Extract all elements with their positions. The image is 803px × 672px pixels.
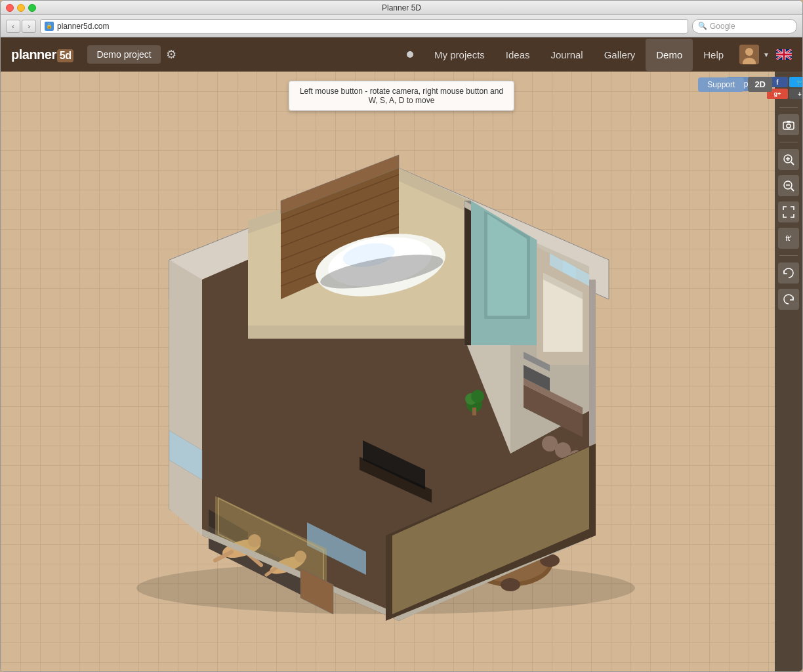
nav-help[interactable]: Help (693, 39, 734, 71)
project-name[interactable]: Demo project (87, 45, 160, 64)
app-content: planner5d Demo project ⚙ My projects Ide… (1, 37, 802, 671)
nav-dot-separator (407, 51, 413, 58)
svg-point-81 (787, 124, 791, 128)
browser-dots (6, 4, 36, 12)
main-viewport[interactable]: Left mouse button - rotate camera, right… (1, 72, 802, 671)
nav-user: ▼ (739, 45, 792, 64)
nav-gallery[interactable]: Gallery (594, 39, 646, 71)
svg-line-88 (791, 188, 794, 191)
forward-button[interactable]: › (22, 20, 36, 33)
user-menu-chevron[interactable]: ▼ (763, 51, 770, 58)
top-nav: planner5d Demo project ⚙ My projects Ide… (1, 37, 802, 72)
zoom-in-button[interactable] (778, 149, 799, 170)
nav-journal[interactable]: Journal (541, 39, 594, 71)
redo-button[interactable] (778, 289, 799, 310)
close-button[interactable] (6, 4, 14, 12)
address-bar[interactable]: 🔒 planner5d.com (40, 19, 688, 33)
svg-point-1 (745, 48, 753, 56)
nav-my-projects[interactable]: My projects (424, 39, 495, 71)
twitter-button[interactable]: 🐦 (789, 77, 802, 87)
tool-divider-1 (779, 107, 798, 108)
2d-mode-button[interactable]: 2D (748, 77, 772, 92)
logo-text: planner5d (11, 47, 74, 62)
nav-demo[interactable]: Demo (646, 39, 693, 71)
settings-icon[interactable]: ⚙ (166, 47, 176, 62)
nav-buttons: ‹ › (6, 20, 36, 33)
search-placeholder: Google (710, 22, 735, 31)
zoom-out-button[interactable] (778, 175, 799, 196)
controls-tooltip: Left mouse button - rotate camera, right… (289, 81, 514, 111)
support-overlay: Support 2D (698, 77, 772, 92)
back-button[interactable]: ‹ (6, 20, 20, 33)
svg-line-84 (791, 162, 794, 165)
svg-rect-56 (472, 408, 476, 415)
svg-point-67 (501, 578, 520, 591)
logo-5d-badge: 5d (57, 49, 74, 62)
user-avatar[interactable] (739, 45, 759, 64)
language-flag[interactable] (776, 49, 792, 60)
screenshot-button[interactable] (778, 114, 799, 135)
browser-titlebar: Planner 5D (1, 1, 802, 15)
search-bar[interactable]: 🔍 Google (692, 19, 797, 33)
browser-toolbar: ‹ › 🔒 planner5d.com 🔍 Google (1, 15, 802, 37)
tool-divider-2 (779, 142, 798, 142)
house-render (117, 116, 655, 627)
social-buttons: f 🐦 g+ + (767, 77, 802, 99)
logo-area: planner5d (11, 47, 74, 62)
extra-social-button[interactable]: + (789, 89, 802, 99)
secure-icon: 🔒 (45, 22, 54, 31)
minimize-button[interactable] (17, 4, 25, 12)
fullscreen-button[interactable] (778, 201, 799, 222)
support-button-overlay[interactable]: Support (698, 77, 744, 92)
svg-rect-82 (787, 121, 791, 123)
nav-ideas[interactable]: Ideas (495, 39, 541, 71)
right-sidebar: f 🐦 g+ + (775, 72, 802, 671)
maximize-button[interactable] (28, 4, 36, 12)
measure-button[interactable]: ft' (778, 228, 799, 249)
search-icon: 🔍 (698, 22, 707, 30)
svg-point-55 (471, 390, 484, 403)
undo-button[interactable] (778, 262, 799, 284)
browser-title: Planner 5D (382, 3, 421, 12)
url-text: planner5d.com (57, 22, 109, 31)
tool-divider-3 (779, 255, 798, 256)
nav-links: My projects Ideas Journal Gallery Demo H… (424, 39, 734, 71)
browser-frame: Planner 5D ‹ › 🔒 planner5d.com 🔍 Google … (0, 0, 803, 672)
svg-marker-73 (169, 260, 202, 536)
